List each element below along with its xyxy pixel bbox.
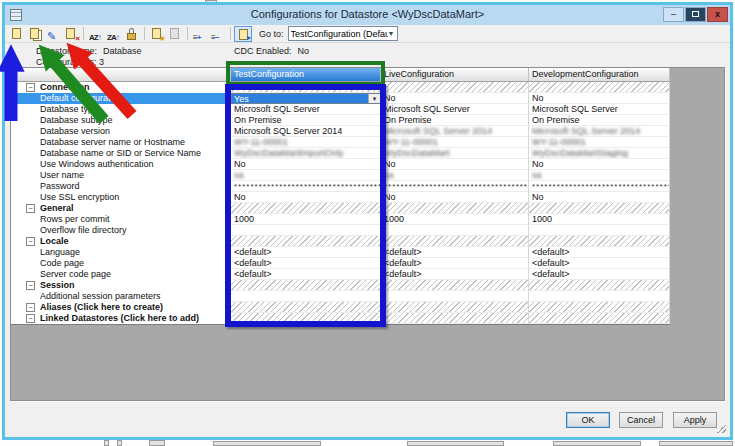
- title-bar[interactable]: Configurations for Datastore <WyDscDataM…: [5, 5, 730, 25]
- row-label-use-ssl-encryption[interactable]: Use SSL encryption: [11, 192, 231, 203]
- value-cell-developmentconfiguration[interactable]: No: [529, 192, 670, 203]
- value-cell-developmentconfiguration[interactable]: [529, 203, 670, 214]
- value-cell-liveconfiguration[interactable]: No: [381, 93, 529, 104]
- value-cell-liveconfiguration[interactable]: [381, 82, 529, 93]
- value-cell-liveconfiguration[interactable]: sa: [381, 170, 529, 181]
- value-cell-liveconfiguration[interactable]: No: [381, 159, 529, 170]
- value-cell-liveconfiguration[interactable]: On Premise: [381, 115, 529, 126]
- value-cell-developmentconfiguration[interactable]: [529, 291, 670, 302]
- value-cell-developmentconfiguration[interactable]: <default>: [529, 258, 670, 269]
- row-label-overflow-file-directory[interactable]: Overflow file directory: [11, 225, 231, 236]
- cancel-button[interactable]: Cancel: [619, 412, 663, 428]
- value-cell-developmentconfiguration[interactable]: WY-11-00001: [529, 137, 670, 148]
- value-cell-developmentconfiguration[interactable]: 1000: [529, 214, 670, 225]
- resize-grip[interactable]: [717, 424, 726, 433]
- sort-configurations-ascending-icon[interactable]: AZ↑: [87, 26, 105, 42]
- collapse-box-icon[interactable]: −: [26, 281, 35, 290]
- close-button[interactable]: x: [707, 7, 728, 22]
- value-cell-developmentconfiguration[interactable]: WyDscDataMartStaging: [529, 148, 670, 159]
- goto-label: Go to:: [259, 29, 284, 39]
- goto-configuration-select[interactable]: TestConfiguration (Default) ▼: [288, 26, 398, 41]
- row-label-use-windows-authentication[interactable]: Use Windows authentication: [11, 159, 231, 170]
- header-live-configuration[interactable]: LiveConfiguration: [381, 68, 529, 82]
- value-cell-liveconfiguration[interactable]: WY-11-00001: [381, 137, 529, 148]
- row-label-user-name[interactable]: User name: [11, 170, 231, 181]
- apply-button[interactable]: Apply: [673, 412, 717, 428]
- value-cell-liveconfiguration[interactable]: <default>: [381, 247, 529, 258]
- value-cell-developmentconfiguration[interactable]: No: [529, 93, 670, 104]
- value-cell-developmentconfiguration[interactable]: [529, 302, 670, 313]
- lock-icon[interactable]: [123, 26, 141, 42]
- row-label-database-version[interactable]: Database version: [11, 126, 231, 137]
- ok-button[interactable]: OK: [566, 412, 610, 428]
- minimize-button[interactable]: –: [663, 7, 684, 22]
- annotation-rect-header-green: [226, 61, 385, 86]
- maximize-button[interactable]: [685, 7, 706, 22]
- value-cell-liveconfiguration[interactable]: [381, 302, 529, 313]
- value-cell-developmentconfiguration[interactable]: On Premise: [529, 115, 670, 126]
- value-cell-liveconfiguration[interactable]: No: [381, 192, 529, 203]
- expand-all-categories-icon[interactable]: ≡+: [191, 26, 209, 42]
- value-cell-developmentconfiguration[interactable]: [529, 225, 670, 236]
- value-cell-developmentconfiguration[interactable]: ****************************************: [529, 181, 670, 192]
- value-cell-liveconfiguration[interactable]: Microsoft SQL Server: [381, 104, 529, 115]
- row-label-rows-per-commit[interactable]: Rows per commit: [11, 214, 231, 225]
- value-cell-liveconfiguration[interactable]: <default>: [381, 258, 529, 269]
- rename-configuration-icon[interactable]: ✎: [44, 26, 62, 42]
- value-cell-liveconfiguration[interactable]: [381, 225, 529, 236]
- collapse-box-icon[interactable]: −: [26, 83, 35, 92]
- value-cell-liveconfiguration[interactable]: [381, 236, 529, 247]
- value-cell-liveconfiguration[interactable]: 1000: [381, 214, 529, 225]
- row-label-locale[interactable]: −Locale: [11, 236, 231, 247]
- value-cell-liveconfiguration[interactable]: Microsoft SQL Server 2014: [381, 126, 529, 137]
- row-label-database-type[interactable]: Database type: [11, 104, 231, 115]
- value-cell-developmentconfiguration[interactable]: Microsoft SQL Server 2014: [529, 126, 670, 137]
- row-label-server-code-page[interactable]: Server code page: [11, 269, 231, 280]
- value-cell-developmentconfiguration[interactable]: No: [529, 159, 670, 170]
- value-cell-liveconfiguration[interactable]: ****************************************: [381, 181, 529, 192]
- row-label-database-subtype[interactable]: Database subtype: [11, 115, 231, 126]
- row-label-code-page[interactable]: Code page: [11, 258, 231, 269]
- value-cell-liveconfiguration[interactable]: [381, 203, 529, 214]
- value-cell-liveconfiguration[interactable]: [381, 291, 529, 302]
- row-label-aliases-click-here-to-create[interactable]: −Aliases (Click here to create): [11, 302, 231, 313]
- configurations-count: Configurations: 3: [36, 57, 104, 67]
- row-label-session[interactable]: −Session: [11, 280, 231, 291]
- create-new-configuration-icon[interactable]: [8, 26, 26, 42]
- redacted-text: Microsoft SQL Server 2014: [532, 126, 640, 136]
- create-alias-icon[interactable]: ★: [148, 26, 166, 42]
- value-cell-developmentconfiguration[interactable]: [529, 236, 670, 247]
- row-label-default-configuration[interactable]: Default configuration: [11, 93, 231, 104]
- header-development-configuration[interactable]: DevelopmentConfiguration: [529, 68, 670, 82]
- row-label-language[interactable]: Language: [11, 247, 231, 258]
- row-label-additional-session-parameters[interactable]: Additional session parameters: [11, 291, 231, 302]
- duplicate-configuration-icon[interactable]: [26, 26, 44, 42]
- value-cell-liveconfiguration[interactable]: [381, 280, 529, 291]
- row-label-database-server-name-or-hostname[interactable]: Database server name or Hostname: [11, 137, 231, 148]
- collapse-box-icon[interactable]: −: [26, 204, 35, 213]
- value-cell-liveconfiguration[interactable]: [381, 313, 529, 324]
- sort-configurations-descending-icon[interactable]: ZA↑: [105, 26, 123, 42]
- value-cell-developmentconfiguration[interactable]: [529, 313, 670, 324]
- value-cell-liveconfiguration[interactable]: WyDscDataMart: [381, 148, 529, 159]
- collapse-box-icon[interactable]: −: [26, 237, 35, 246]
- value-cell-developmentconfiguration[interactable]: <default>: [529, 247, 670, 258]
- row-label-password[interactable]: Password: [11, 181, 231, 192]
- collapse-box-icon[interactable]: −: [26, 314, 35, 323]
- row-label-connection[interactable]: −Connection: [11, 82, 231, 93]
- collapse-all-categories-icon[interactable]: ≡−: [209, 26, 227, 42]
- value-cell-liveconfiguration[interactable]: <default>: [381, 269, 529, 280]
- value-cell-developmentconfiguration[interactable]: [529, 82, 670, 93]
- value-cell-developmentconfiguration[interactable]: sa: [529, 170, 670, 181]
- move-to-configuration-icon[interactable]: ▸: [234, 26, 252, 42]
- value-cell-developmentconfiguration[interactable]: Microsoft SQL Server: [529, 104, 670, 115]
- row-label-linked-datastores-click-here-to-add[interactable]: −Linked Datastores (Click here to add): [11, 313, 231, 324]
- collapse-box-icon[interactable]: −: [26, 303, 35, 312]
- delete-alias-icon[interactable]: [166, 26, 184, 42]
- row-label-general[interactable]: −General: [11, 203, 231, 214]
- value-cell-developmentconfiguration[interactable]: <default>: [529, 269, 670, 280]
- toolbar: ✎×AZ↑ZA↑★≡+≡−▸ Go to: TestConfiguration …: [5, 25, 730, 43]
- row-label-database-name-or-sid-or-service-name[interactable]: Database name or SID or Service Name: [11, 148, 231, 159]
- value-cell-developmentconfiguration[interactable]: [529, 280, 670, 291]
- delete-configuration-icon[interactable]: ×: [62, 26, 80, 42]
